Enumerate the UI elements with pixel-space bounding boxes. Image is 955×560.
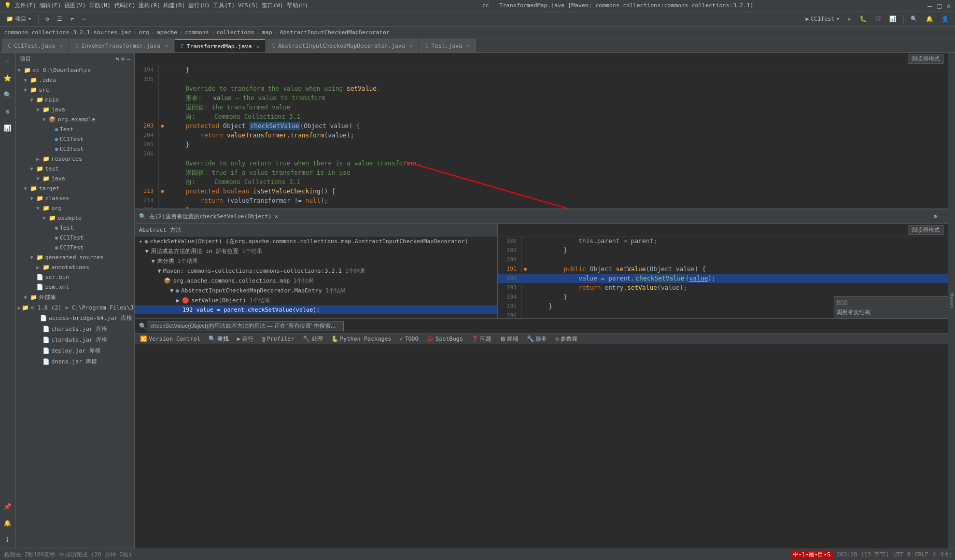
search-settings-icon[interactable]: ⚙ [934,213,937,220]
project-settings-btn[interactable]: ⚙ [121,55,125,62]
sidebar-bookmark-btn[interactable]: ⭐ [1,72,15,85]
sidebar-info-btn[interactable]: ℹ [1,533,15,547]
reader-mode-btn-bottom[interactable]: 阅读器模式 [908,225,944,235]
toolbar-find[interactable]: 🔍 查找 [206,335,231,343]
toolbar-run-btn[interactable]: ▶ [845,15,854,23]
tree-item-dnsns[interactable]: 📄 dnsns.jar 库模 [16,356,134,367]
toolbar-params[interactable]: ⚙ 参数舞 [553,335,580,343]
toolbar-spotbugs[interactable]: 🐞 SpotBugs [425,335,465,342]
tree-item-ser[interactable]: 📄 ser.bin [16,272,134,282]
menu-tools[interactable]: 工具(T) [213,2,235,9]
toolbar-python-packages[interactable]: 🐍 Python Packages [329,335,394,342]
project-collapse-btn[interactable]: ⇆ [116,55,119,62]
tree-item-test2[interactable]: ● Test [16,223,134,233]
tree-item-cc1test[interactable]: ● CC1Test [16,134,134,144]
status-ime[interactable]: 中•1•画•目•S [791,551,833,558]
tree-item-deploy[interactable]: 📄 deploy.jar 库模 [16,345,134,356]
toolbar-notifications[interactable]: 🔔 [923,15,936,23]
menu-edit[interactable]: 编辑(E) [39,2,61,9]
status-line-sep[interactable]: CRLF [915,551,929,558]
toolbar-profile-btn[interactable]: 📊 [886,15,900,23]
tree-item-main[interactable]: ▼ 📁 main [16,95,134,105]
sidebar-bookmarks-btn2[interactable]: 📌 [1,500,15,513]
tree-item-access[interactable]: 📄 access-bridge-64.jar 库模 [16,313,134,324]
tree-item-java[interactable]: ▼ 📁 java [16,105,134,115]
menu-nav[interactable]: 导航(N) [89,2,111,9]
toolbar-debug-btn[interactable]: 🐛 [856,15,870,23]
tree-item-cc1test2[interactable]: ● CC1Test [16,233,134,243]
toolbar-services[interactable]: 🔧 服务 [525,335,549,343]
project-close-btn[interactable]: — [127,55,130,62]
search-code-preview[interactable]: 阅读器模式 188 this.parent = parent; [498,224,948,318]
toolbar-more[interactable]: ⋯ [79,15,89,23]
tree-item-org-example[interactable]: ▼ 📦 org.example [16,115,134,124]
tree-item-org2[interactable]: ▼ 📁 org [16,203,134,213]
tab-tm-close[interactable]: ✕ [257,44,260,49]
tree-item-annotations[interactable]: ▶ 📁 annotations [16,262,134,272]
search-result-usages[interactable]: ▼ 用法或基方法的用法 in 所有位置 1个结果 [135,246,497,256]
sidebar-settings-btn[interactable]: ⚙ [1,105,15,118]
title-minimize[interactable]: — [928,2,932,10]
menu-view[interactable]: 视图(V) [64,2,86,9]
menu-help[interactable]: 帮助(H) [287,2,308,9]
tab-cc1test[interactable]: C CC1Test.java ✕ [2,39,68,52]
toolbar-run[interactable]: ▶ 运行 [235,335,256,343]
tree-item-example2[interactable]: ▼ 📁 example [16,213,134,223]
tab-ad-close[interactable]: ✕ [410,43,413,49]
search-close-btn[interactable]: ✕ [275,213,278,220]
tree-item-pom[interactable]: 📄 pom.xml [16,282,134,292]
tree-item-root[interactable]: ▼ 📁 cc D:\Download\cc [16,65,134,75]
sidebar-project-btn[interactable]: ≡ [1,55,15,68]
toolbar-todo[interactable]: ✓ TODO [398,335,420,342]
tree-item-cc3test[interactable]: ● CC3Test [16,144,134,154]
toolbar-profiler[interactable]: @ Profiler [260,335,297,342]
tab-invokertransformer[interactable]: C InvokerTransformer.java ✕ [69,39,174,52]
tab-test[interactable]: C Test.java ✕ [419,39,475,52]
toolbar-terminal[interactable]: 🖥 终端 [498,335,521,343]
tree-item-cldrdata[interactable]: 📄 cldrdata.jar 库模 [16,334,134,345]
tab-test-close[interactable]: ✕ [467,43,470,49]
breadcrumb-map[interactable]: map [262,29,272,36]
search-result-package[interactable]: 📦 org.apache.commons.collections.map 1个结… [135,276,497,286]
menu-run[interactable]: 运行(U) [188,2,210,9]
search-result-unclassified[interactable]: ▼ 未分类 1个结果 [135,256,497,266]
search-minimize-btn[interactable]: — [940,213,944,220]
tree-item-generated[interactable]: ▼ 📁 generated-sources [16,253,134,262]
toolbar-avatar[interactable]: 👤 [938,15,952,23]
code-view-top[interactable]: 194 } 195 [135,65,948,208]
toolbar-run-config[interactable]: ▶ CC1Test ▾ [803,15,843,23]
toolbar-coverage-btn[interactable]: 🛡 [872,15,884,23]
toolbar-search-everywhere[interactable]: 🔍 [907,15,921,23]
toolbar-issues[interactable]: ❓ 问题 [469,335,494,343]
sidebar-structure-btn[interactable]: 📊 [1,121,15,135]
search-result-maven[interactable]: ▼ Maven: commons-collections:commons-col… [135,266,497,276]
menu-code[interactable]: 代码(C) [114,2,136,9]
search-result-checksetvalue[interactable]: ✦ ● checkSetValue(Object) (在org.apache.c… [135,236,497,246]
title-maximize[interactable]: □ [937,2,941,10]
breadcrumb-apache[interactable]: apache [157,29,177,36]
toolbar-version-control[interactable]: 🔀 Version Control [138,335,202,342]
toolbar-diff[interactable]: ⇄ [67,15,77,23]
tree-item-idea[interactable]: ▼ 📁 .idea [16,75,134,85]
tree-item-target[interactable]: ▼ 📁 target [16,184,134,193]
tree-item-resources[interactable]: ▶ 📁 resources [16,154,134,164]
search-result-setvalue[interactable]: ▶ 🔴 setValue(Object) 1个结果 [135,296,497,305]
toolbar-process[interactable]: 🔨 处理 [301,335,325,343]
breadcrumb-org[interactable]: org [139,29,149,36]
tree-item-classes[interactable]: ▼ 📁 classes [16,193,134,203]
menu-file[interactable]: 文件(F) [15,2,36,9]
tree-item-external[interactable]: ▼ 📁 外部库 [16,292,134,303]
sidebar-notifications-btn[interactable]: 🔔 [1,516,15,530]
search-result-line192[interactable]: 192 value = parent.checkSetValue(value); [135,305,497,314]
breadcrumb-commons[interactable]: commons [185,29,209,36]
title-close[interactable]: ✕ [947,2,951,10]
maven-side-panel[interactable]: Maven [948,53,955,549]
search-result-mapentry[interactable]: ▼ ● AbstractInputCheckedMapDecorator.Map… [135,286,497,296]
breadcrumb-collections[interactable]: collections [217,29,255,36]
menu-build[interactable]: 构建(B) [163,2,185,9]
menu-window[interactable]: 窗口(W) [262,2,284,9]
tree-item-test-class[interactable]: ● Test [16,124,134,134]
sidebar-find-btn[interactable]: 🔍 [1,88,15,102]
toolbar-list[interactable]: ☰ [54,15,65,23]
tab-abstractdecorator[interactable]: C AbstractInputCheckedMapDecorator.java … [266,39,419,52]
